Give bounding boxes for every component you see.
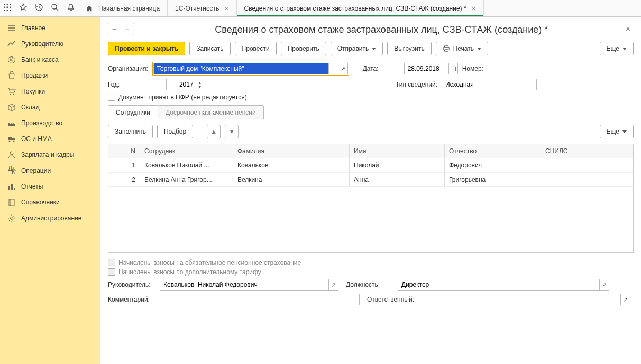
sidebar-item-sales[interactable]: Продажи bbox=[0, 68, 100, 83]
head-field[interactable]: ↗ bbox=[160, 279, 338, 291]
select-button[interactable]: Подбор bbox=[157, 125, 193, 138]
fill-button[interactable]: Заполнить bbox=[108, 125, 153, 138]
position-field[interactable]: ↗ bbox=[398, 279, 609, 291]
date-input[interactable] bbox=[405, 63, 449, 74]
print-button[interactable]: Печать bbox=[436, 42, 488, 55]
nav-label: Администрирование bbox=[21, 214, 81, 222]
gear-icon bbox=[7, 214, 16, 222]
table-row[interactable]: 1 Ковальков Николай ... Ковальков Никола… bbox=[108, 158, 633, 173]
star-icon[interactable] bbox=[19, 3, 28, 13]
dropdown-button[interactable] bbox=[590, 279, 599, 290]
th-surname[interactable]: Фамилия bbox=[233, 144, 350, 158]
factory-icon bbox=[7, 119, 16, 127]
post-button[interactable]: Провести bbox=[235, 42, 277, 55]
close-icon[interactable]: × bbox=[472, 4, 476, 13]
pension-contrib-label: Начислены взносы на обязательное пенсион… bbox=[118, 259, 301, 266]
search-icon[interactable] bbox=[51, 3, 59, 13]
more-button[interactable]: Еще bbox=[600, 42, 634, 55]
sidebar-item-bank[interactable]: ₽Банк и касса bbox=[0, 52, 100, 68]
history-icon[interactable] bbox=[35, 3, 43, 13]
subtab-employees[interactable]: Сотрудники bbox=[108, 105, 158, 119]
move-up-button[interactable]: ▲ bbox=[207, 125, 221, 138]
box-icon bbox=[7, 103, 16, 111]
comment-input[interactable] bbox=[160, 294, 359, 305]
sidebar-item-catalogs[interactable]: Справочники bbox=[0, 194, 100, 210]
tab-home[interactable]: Начальная страница bbox=[78, 0, 168, 16]
subtab-pension[interactable]: Досрочное назначение пенсии bbox=[158, 105, 264, 119]
number-field[interactable] bbox=[488, 63, 551, 74]
post-close-button[interactable]: Провести и закрыть bbox=[108, 42, 185, 55]
close-icon[interactable]: × bbox=[224, 4, 228, 13]
write-button[interactable]: Записать bbox=[189, 42, 230, 55]
year-input[interactable] bbox=[167, 79, 197, 90]
sidebar-item-warehouse[interactable]: Склад bbox=[0, 99, 100, 115]
page-title: Сведения о страховом стаже застрахованны… bbox=[141, 24, 622, 35]
sidebar-item-main[interactable]: Главное bbox=[0, 20, 100, 36]
tab-reporting-label: 1С-Отчетность bbox=[175, 5, 219, 12]
comment-field[interactable] bbox=[160, 294, 360, 305]
svg-rect-22 bbox=[14, 188, 15, 190]
bell-icon[interactable] bbox=[67, 3, 75, 13]
bar-chart-icon bbox=[7, 182, 16, 191]
open-button[interactable]: ↗ bbox=[620, 294, 630, 305]
sidebar-item-hr[interactable]: Зарплата и кадры bbox=[0, 147, 100, 163]
pfr-checkbox[interactable] bbox=[108, 94, 115, 101]
table-row[interactable]: 2 Белкина Анна Григор... Белкина Анна Гр… bbox=[108, 173, 633, 187]
check-button[interactable]: Проверить bbox=[281, 42, 326, 55]
open-button[interactable]: ↗ bbox=[599, 279, 609, 290]
extra-tariff-label: Начислены взносы по дополнительному тари… bbox=[118, 268, 261, 276]
sidebar-item-assets[interactable]: ОС и НМА bbox=[0, 131, 100, 147]
th-n[interactable]: N bbox=[108, 144, 140, 158]
th-employee[interactable]: Сотрудник bbox=[140, 144, 233, 158]
sidebar-item-purchases[interactable]: Покупки bbox=[0, 83, 100, 99]
calendar-button[interactable] bbox=[448, 63, 457, 74]
year-up-button[interactable]: ▲ bbox=[197, 81, 203, 85]
th-name[interactable]: Имя bbox=[350, 144, 445, 158]
sub-more-button[interactable]: Еще bbox=[600, 125, 634, 138]
pension-contrib-checkbox bbox=[108, 259, 115, 266]
tab-reporting[interactable]: 1С-Отчетность × bbox=[168, 0, 236, 16]
sidebar-item-reports[interactable]: Отчеты bbox=[0, 179, 100, 194]
position-input[interactable] bbox=[398, 279, 590, 290]
svg-rect-20 bbox=[8, 186, 10, 190]
forward-button[interactable]: → bbox=[121, 23, 134, 35]
svg-text:₽: ₽ bbox=[10, 55, 14, 63]
sidebar-item-manager[interactable]: Руководителю bbox=[0, 36, 100, 52]
dropdown-button[interactable] bbox=[328, 63, 338, 74]
year-down-button[interactable]: ▼ bbox=[197, 85, 203, 89]
svg-rect-24 bbox=[451, 67, 455, 71]
org-field[interactable]: ↗ bbox=[153, 63, 348, 74]
svg-rect-1 bbox=[7, 4, 8, 5]
org-label: Организация: bbox=[108, 65, 148, 72]
th-patronymic[interactable]: Отчество bbox=[445, 144, 541, 158]
open-button[interactable]: ↗ bbox=[338, 63, 347, 74]
close-button[interactable]: × bbox=[622, 23, 634, 35]
responsible-input[interactable] bbox=[419, 294, 611, 305]
nav-label: Склад bbox=[21, 104, 40, 111]
sidebar-item-admin[interactable]: Администрирование bbox=[0, 210, 100, 226]
sidebar-item-operations[interactable]: ДтКтОперации bbox=[0, 163, 100, 179]
th-snils[interactable]: СНИЛС bbox=[541, 144, 633, 158]
sidebar-item-production[interactable]: Производство bbox=[0, 115, 100, 131]
open-button[interactable]: ↗ bbox=[328, 279, 338, 290]
year-field[interactable]: ▲▼ bbox=[166, 79, 203, 90]
number-input[interactable] bbox=[488, 63, 551, 74]
upload-button[interactable]: Выгрузить bbox=[387, 42, 432, 55]
responsible-field[interactable]: ↗ bbox=[419, 294, 630, 305]
dropdown-button[interactable] bbox=[319, 279, 328, 290]
move-down-button[interactable]: ▼ bbox=[225, 125, 239, 138]
home-icon bbox=[86, 5, 93, 12]
apps-icon[interactable] bbox=[3, 3, 12, 13]
type-dropdown-button[interactable] bbox=[527, 79, 536, 90]
head-input[interactable] bbox=[160, 279, 319, 290]
org-input[interactable] bbox=[154, 63, 328, 74]
year-label: Год: bbox=[108, 81, 150, 88]
tab-current[interactable]: Сведения о страховом стаже застрахованны… bbox=[237, 0, 484, 16]
dropdown-button[interactable] bbox=[611, 294, 620, 305]
back-button[interactable]: ← bbox=[108, 23, 121, 35]
type-input[interactable] bbox=[442, 79, 527, 90]
send-button[interactable]: Отправить bbox=[331, 42, 383, 55]
svg-rect-6 bbox=[4, 10, 5, 11]
type-field[interactable] bbox=[442, 79, 537, 90]
date-field[interactable] bbox=[404, 63, 458, 74]
